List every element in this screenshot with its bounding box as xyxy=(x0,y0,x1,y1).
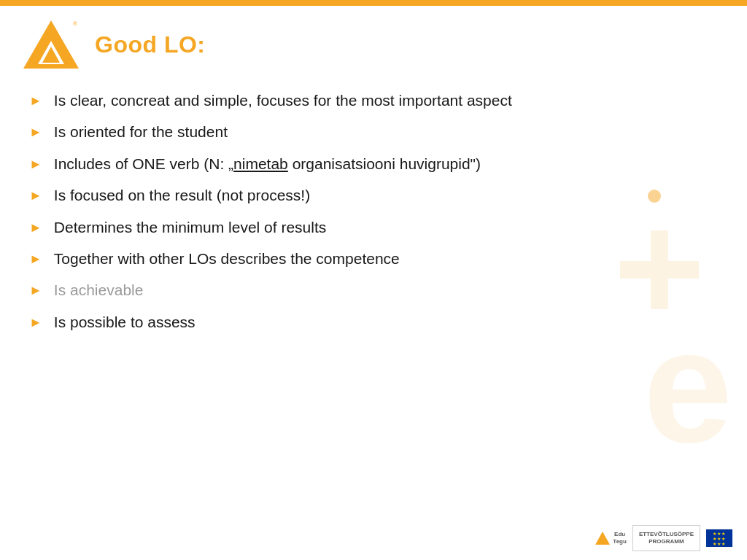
list-item: ► Is focused on the result (not process!… xyxy=(29,179,711,211)
bullet-text: Determines the minimum level of results xyxy=(54,217,711,238)
list-item: ► Is possible to assess xyxy=(29,306,711,338)
logo-arrow xyxy=(42,47,60,63)
bullet-text-muted: Is achievable xyxy=(54,279,711,300)
list-item: ► Together with other LOs describes the … xyxy=(29,243,711,274)
eu-flag: ★★★★★★★★★ xyxy=(706,529,732,547)
bullet-arrow-icon: ► xyxy=(29,155,42,174)
bullet-arrow-icon: ► xyxy=(29,187,42,205)
footer-logo-text-1: Edu Tegu xyxy=(613,531,627,545)
bullet-text: Is focused on the result (not process!) xyxy=(54,184,711,206)
programm-logo: ETTEVÕTLUSÖPPE PROGRAMM xyxy=(632,525,700,551)
bullet-arrow-icon: ► xyxy=(29,123,42,141)
decorative-e: e xyxy=(643,306,732,467)
footer: Edu Tegu ETTEVÕTLUSÖPPE PROGRAMM ★★★★★★★… xyxy=(595,525,732,551)
list-item: ► Is oriented for the student xyxy=(29,116,711,147)
footer-triangle-icon xyxy=(595,532,610,545)
list-item: ► Is clear, concreat and simple, focuses… xyxy=(29,85,711,116)
edu-tegu-logo: Edu Tegu xyxy=(595,531,627,545)
logo: ® xyxy=(22,19,80,70)
bullet-arrow-icon: ► xyxy=(29,92,42,110)
bullet-list: ► Is clear, concreat and simple, focuses… xyxy=(29,85,711,338)
bullet-arrow-icon: ► xyxy=(29,281,42,300)
bullet-text: Together with other LOs describes the co… xyxy=(54,248,711,269)
list-item: ► Is achievable xyxy=(29,274,711,306)
bullet-text: Is clear, concreat and simple, focuses f… xyxy=(54,90,711,111)
svg-rect-1 xyxy=(620,261,699,279)
top-accent-bar xyxy=(0,0,747,6)
bullet-arrow-icon: ► xyxy=(29,250,42,268)
list-item: ► Includes of ONE verb (N: „nimetab orga… xyxy=(29,148,711,179)
page-title: Good LO: xyxy=(95,31,206,58)
logo-tm: ® xyxy=(73,20,77,27)
list-item: ► Determines the minimum level of result… xyxy=(29,211,711,243)
bullet-text: Is oriented for the student xyxy=(54,121,711,142)
decorative-circle xyxy=(648,190,661,203)
bullet-arrow-icon: ► xyxy=(29,314,42,332)
underlined-text: nimetab xyxy=(233,155,288,172)
header: ® Good LO: xyxy=(0,6,747,77)
bullet-text: Is possible to assess xyxy=(54,311,711,332)
footer-logo-text-2: ETTEVÕTLUSÖPPE PROGRAMM xyxy=(639,531,694,545)
bullet-text: Includes of ONE verb (N: „nimetab organi… xyxy=(54,153,711,174)
eu-stars: ★★★★★★★★★ xyxy=(713,531,726,546)
bullet-arrow-icon: ► xyxy=(29,219,42,237)
